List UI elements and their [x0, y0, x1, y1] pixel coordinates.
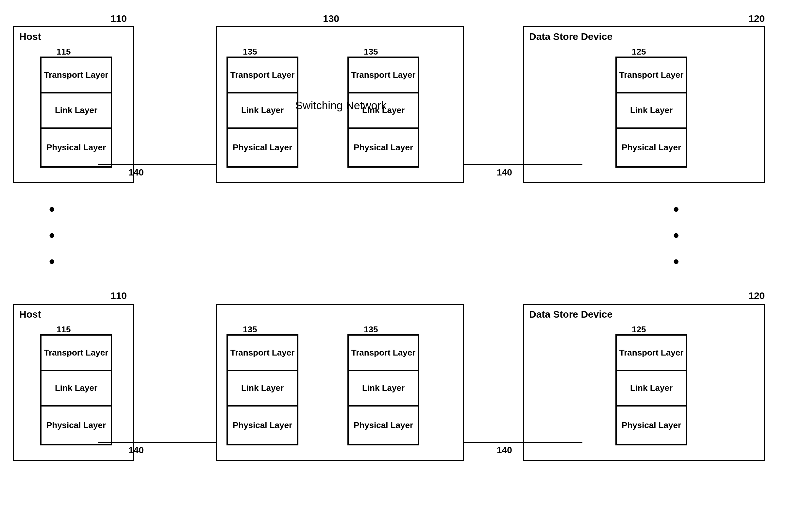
switching-network-label: Switching Network — [295, 99, 387, 112]
physical-layer-ds-bot: Physical Layer — [616, 406, 687, 445]
data-store-title-top: Data Store Device — [529, 31, 613, 42]
ref-125-bot: 125 — [632, 324, 646, 335]
physical-layer-sw-tl: Physical Layer — [227, 128, 298, 167]
diagram-container: Host 115 Transport Layer Link Layer Phys… — [0, 0, 787, 532]
link-layer-sw-tl: Link Layer — [227, 93, 298, 128]
ref-120-bot: 120 — [748, 290, 765, 301]
ref-140-4: 140 — [497, 445, 512, 455]
ref-135-3: 135 — [243, 324, 257, 335]
conn-line-bot-right — [464, 442, 582, 443]
ref-135-1: 135 — [243, 47, 257, 57]
ref-115-top: 115 — [57, 47, 70, 57]
conn-line-top-left — [98, 164, 216, 165]
host-stack-top: Transport Layer Link Layer Physical Laye… — [40, 57, 112, 168]
ref-130: 130 — [323, 13, 339, 24]
physical-layer-sw-bl: Physical Layer — [227, 406, 298, 445]
ref-110-top: 110 — [110, 13, 127, 24]
host-box-bot: Host 115 Transport Layer Link Layer Phys… — [13, 304, 134, 461]
data-store-box-bot: Data Store Device 125 Transport Layer Li… — [523, 304, 765, 461]
data-store-stack-bot: Transport Layer Link Layer Physical Laye… — [615, 334, 687, 445]
ref-140-2: 140 — [497, 167, 512, 178]
physical-layer-ds-top: Physical Layer — [616, 128, 687, 167]
switch-stack-top-left: Transport Layer Link Layer Physical Laye… — [227, 57, 298, 168]
physical-layer-sw-br: Physical Layer — [348, 406, 419, 445]
transport-layer-sw-bl: Transport Layer — [227, 335, 298, 370]
ref-120-top: 120 — [748, 13, 765, 24]
link-layer-host-bot: Link Layer — [41, 370, 111, 406]
link-layer-ds-bot: Link Layer — [616, 370, 687, 406]
ref-140-3: 140 — [128, 445, 144, 455]
transport-layer-sw-tl: Transport Layer — [227, 57, 298, 93]
data-store-title-bot: Data Store Device — [529, 309, 613, 320]
host-title-bot: Host — [19, 309, 41, 320]
transport-layer-ds-top: Transport Layer — [616, 57, 687, 93]
ref-135-2: 135 — [364, 47, 378, 57]
host-title-top: Host — [19, 31, 41, 42]
transport-layer-host-top: Transport Layer — [41, 57, 111, 93]
data-store-box-top: Data Store Device 125 Transport Layer Li… — [523, 26, 765, 183]
switch-stack-top-right: Transport Layer Link Layer Physical Laye… — [347, 57, 419, 168]
dots-right: ••• — [673, 196, 679, 275]
ref-110-bot: 110 — [110, 290, 127, 301]
ref-135-4: 135 — [364, 324, 378, 335]
ref-140-1: 140 — [128, 167, 144, 178]
link-layer-sw-br: Link Layer — [348, 370, 419, 406]
conn-line-top-right — [464, 164, 582, 165]
ref-125-top: 125 — [632, 47, 646, 57]
physical-layer-sw-tr: Physical Layer — [348, 128, 419, 167]
physical-layer-host-bot: Physical Layer — [41, 406, 111, 445]
switch-stack-bot-left: Transport Layer Link Layer Physical Laye… — [227, 334, 298, 445]
host-stack-bot: Transport Layer Link Layer Physical Laye… — [40, 334, 112, 445]
switch-stack-bot-right: Transport Layer Link Layer Physical Laye… — [347, 334, 419, 445]
transport-layer-sw-tr: Transport Layer — [348, 57, 419, 93]
switching-box-top: 135 Transport Layer Link Layer Physical … — [216, 26, 464, 183]
transport-layer-host-bot: Transport Layer — [41, 335, 111, 370]
link-layer-host-top: Link Layer — [41, 93, 111, 128]
physical-layer-host-top: Physical Layer — [41, 128, 111, 167]
conn-line-bot-left — [98, 442, 216, 443]
link-layer-sw-bl: Link Layer — [227, 370, 298, 406]
transport-layer-ds-bot: Transport Layer — [616, 335, 687, 370]
dots-left: ••• — [49, 196, 55, 275]
ref-115-bot: 115 — [57, 324, 70, 335]
switching-box-bot: 135 Transport Layer Link Layer Physical … — [216, 304, 464, 461]
data-store-stack-top: Transport Layer Link Layer Physical Laye… — [615, 57, 687, 168]
transport-layer-sw-br: Transport Layer — [348, 335, 419, 370]
host-box-top: Host 115 Transport Layer Link Layer Phys… — [13, 26, 134, 183]
link-layer-ds-top: Link Layer — [616, 93, 687, 128]
